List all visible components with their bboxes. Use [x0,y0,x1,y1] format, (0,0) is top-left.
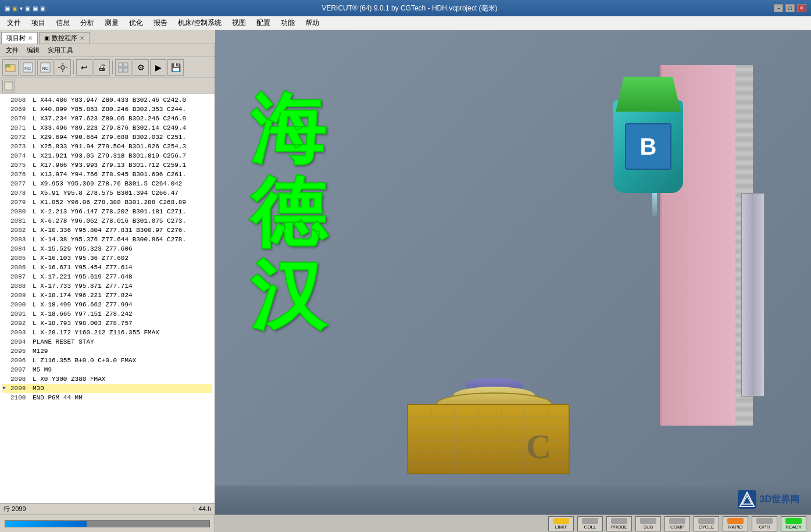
nc-line[interactable]: 2077 L X9.953 Y95.369 Z78.76 B301.5 C264… [2,179,212,188]
close-button[interactable]: ✕ [797,4,806,12]
minimize-button[interactable]: － [774,4,783,12]
nc-line[interactable]: 2098 L X0 Y300 Z380 FMAX [2,374,212,384]
menu-tools[interactable]: 实用工具 [44,45,77,55]
menu-item-项目[interactable]: 项目 [27,17,50,29]
nc-line[interactable]: 2075 L X17.966 Y93.993 Z79.13 B301.712 C… [2,160,212,170]
nc-line-arrow [2,337,10,347]
viewport[interactable]: 海德汉 B C [215,30,811,532]
nc-line[interactable]: 2095 M129 [2,347,212,356]
status-opti[interactable]: OPTI [752,516,777,531]
nc-line-number: 2072 [10,133,33,142]
nc-line[interactable]: 2097 M5 M9 [2,365,212,374]
nc-line[interactable]: 2094 PLANE RESET STAY [2,337,212,347]
print-button[interactable]: 🖨 [94,59,110,76]
nc-line-code: L X-15.529 Y95.323 Z77.606 [33,244,133,253]
svg-rect-14 [124,68,128,72]
nc-button1[interactable]: NC [20,59,36,76]
menu-item-功能[interactable]: 功能 [276,17,299,29]
nc-line[interactable]: 2089 L X-18.174 Y96.221 Z77.824 [2,291,212,300]
nc-line[interactable]: 2070 L X37.234 Y87.623 Z80.06 B302.246 C… [2,114,212,123]
config-button[interactable]: ⚙ [133,59,149,76]
sub-btn1[interactable] [2,80,15,92]
status-rapid[interactable]: RAPID [723,516,748,531]
nc-line[interactable]: 2078 L X5.91 Y95.8 Z78.575 B301.394 C266… [2,188,212,198]
nc-line[interactable]: 2069 L X40.899 Y85.863 Z80.246 B302.353 … [2,105,212,114]
nc-line[interactable]: ➤2099 M30 [2,384,212,393]
nc-line-number: 2087 [10,272,33,281]
nc-line[interactable]: 2080 L X-2.213 Y96.147 Z78.202 B301.181 … [2,207,212,216]
nc-line-number: 2090 [10,300,33,309]
nc-line[interactable]: 2093 L X-28.172 Y160.212 Z116.355 FMAX [2,328,212,337]
menu-item-分析[interactable]: 分析 [76,17,99,29]
nc-line-code: L X-18.793 Y98.003 Z78.757 [33,319,133,328]
menu-item-机床/控制系统[interactable]: 机床/控制系统 [173,17,226,29]
nc-line-code: END PGM 44 MM [33,393,83,402]
menu-item-报告[interactable]: 报告 [149,17,172,29]
nc-line[interactable]: 2090 L X-18.499 Y96.662 Z77.994 [2,300,212,309]
nc-line-arrow [2,226,10,235]
tab-project-tree[interactable]: 项目树 ✕ [1,32,38,44]
window-controls[interactable]: － □ ✕ [774,4,806,12]
menu-item-配置[interactable]: 配置 [252,17,275,29]
status-cycle[interactable]: CYCLE [694,516,719,531]
nc-line-code: L X40.899 Y85.863 Z80.246 B302.353 C244. [33,105,186,114]
menu-item-测量[interactable]: 测量 [100,17,123,29]
nc-line[interactable]: 2081 L X-6.278 Y96.062 Z78.016 B301.075 … [2,216,212,226]
nc-line-number: 2088 [10,281,33,291]
nc-line[interactable]: 2092 L X-18.793 Y98.003 Z78.757 [2,319,212,328]
nc-line[interactable]: 2100 END PGM 44 MM [2,393,212,402]
nc-line[interactable]: 2074 L X21.921 Y93.05 Z79.318 B301.819 C… [2,151,212,160]
nc-line-number: 2070 [10,114,33,123]
nc-line[interactable]: 2086 L X-16.671 Y95.454 Z77.614 [2,263,212,272]
nc-line[interactable]: 2082 L X-10.336 Y95.804 Z77.831 B300.97 … [2,226,212,235]
maximize-button[interactable]: □ [785,4,795,12]
nc-code-area[interactable]: 2068 L X44.486 Y83.947 Z80.433 B302.46 C… [0,94,215,503]
nc-line-number: 2095 [10,347,33,356]
nc-line[interactable]: 2083 L X-14.38 Y95.376 Z77.644 B300.864 … [2,235,212,244]
open-button[interactable] [2,59,19,76]
coll-label: COLL [584,524,596,530]
run-button[interactable]: ▶ [150,59,166,76]
nc-line[interactable]: 2076 L X13.974 Y94.766 Z78.945 B301.606 … [2,170,212,179]
status-probe[interactable]: PROBE [606,516,632,531]
status-sub[interactable]: SUB [635,516,661,531]
menu-item-文件[interactable]: 文件 [2,17,26,29]
menu-item-帮助[interactable]: 帮助 [301,17,324,29]
undo-button[interactable]: ↩ [76,59,92,76]
nc-line[interactable]: 2087 L X-17.221 Y95.619 Z77.648 [2,272,212,281]
nc-line[interactable]: 2096 L Z116.355 B+0.0 C+0.0 FMAX [2,356,212,365]
nc-line-number: 2094 [10,337,33,347]
view-button[interactable] [115,59,131,76]
save-button[interactable]: 💾 [167,59,184,76]
menu-item-视图[interactable]: 视图 [227,17,251,29]
menu-item-优化[interactable]: 优化 [124,17,148,29]
nc-line-number: 2092 [10,319,33,328]
nc-line[interactable]: 2072 L X29.694 Y90.664 Z79.688 B302.032 … [2,133,212,142]
tab-project-tree-close[interactable]: ✕ [28,35,33,41]
svg-text:NC: NC [24,66,31,71]
nc-line[interactable]: 2088 L X-17.733 Y95.871 Z77.714 [2,281,212,291]
status-coll[interactable]: COLL [577,516,603,531]
nc-line[interactable]: 2068 L X44.486 Y83.947 Z80.433 B302.46 C… [2,95,212,105]
status-limit[interactable]: LIMIT [548,516,574,531]
tab-nc-program[interactable]: ▣ 数控程序 ✕ [39,32,90,44]
progress-bar [5,520,210,527]
menu-edit[interactable]: 编辑 [23,45,43,55]
nc-line[interactable]: 2079 L X1.852 Y96.06 Z78.388 B301.288 C2… [2,198,212,207]
menu-file[interactable]: 文件 [2,45,22,55]
machine-rail [741,193,764,397]
bottom-left [0,515,215,532]
menu-item-信息[interactable]: 信息 [51,17,74,29]
nc-line[interactable]: 2073 L X25.833 Y91.94 Z79.504 B301.926 C… [2,142,212,151]
nc-line[interactable]: 2084 L X-15.529 Y95.323 Z77.606 [2,244,212,253]
status-comp[interactable]: COMP [664,516,690,531]
settings-button[interactable] [55,59,71,76]
nc-line[interactable]: 2091 L X-18.665 Y97.151 Z78.242 [2,309,212,319]
nc-button2[interactable]: NC [37,59,53,76]
tab-nc-program-close[interactable]: ✕ [80,35,84,41]
nc-line-arrow [2,253,10,263]
status-ready[interactable]: READY [781,516,806,531]
nc-line[interactable]: 2071 L X33.496 Y89.223 Z79.876 B302.14 C… [2,123,212,133]
nc-line[interactable]: 2085 L X-16.103 Y95.36 Z77.602 [2,253,212,263]
nc-line-code: L X25.833 Y91.94 Z79.504 B301.926 C254.3 [33,142,186,151]
